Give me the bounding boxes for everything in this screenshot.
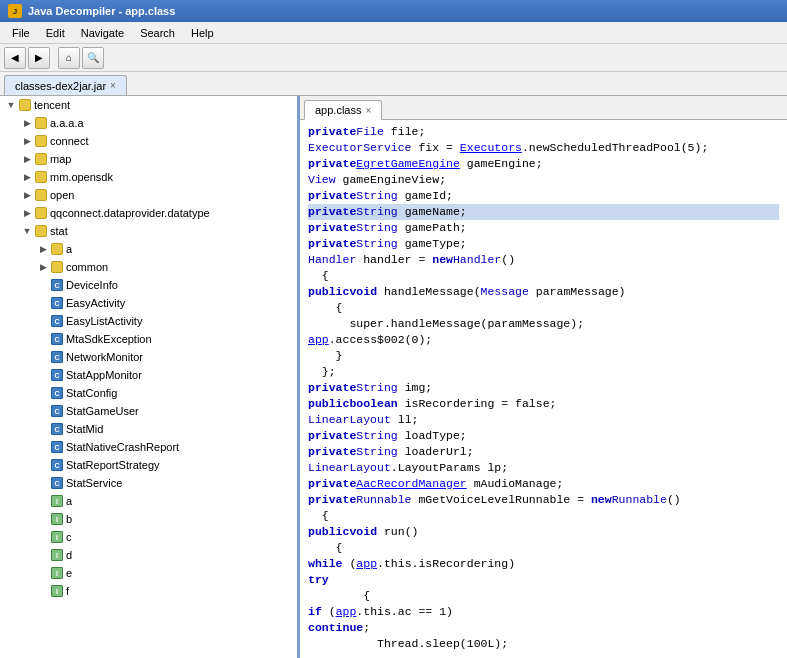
code-panel: app.class × private File file; ExecutorS… — [300, 96, 787, 658]
code-tab[interactable]: app.class × — [304, 100, 382, 120]
tree-node-map[interactable]: ▶map — [0, 150, 297, 168]
tree-toggle-stat: ▼ — [20, 224, 34, 238]
tree-label-stat.StatAppMonitor: StatAppMonitor — [66, 369, 142, 381]
search-button[interactable]: 🔍 — [82, 47, 104, 69]
tree-node-qqconnect[interactable]: ▶qqconnect.dataprovider.datatype — [0, 204, 297, 222]
tree-node-stat.b[interactable]: Ib — [0, 510, 297, 528]
tree-node-stat.EasyActivity[interactable]: CEasyActivity — [0, 294, 297, 312]
code-line: private String loadType; — [308, 428, 779, 444]
tree-toggle-tencent: ▼ — [4, 98, 18, 112]
code-line: private String gameName; — [308, 204, 779, 220]
code-line: View gameEngineView; — [308, 172, 779, 188]
tree-icon-stat.StatReportStrategy: C — [50, 458, 64, 472]
code-line: private EgretGameEngine gameEngine; — [308, 156, 779, 172]
tree-panel[interactable]: ▼tencent▶a.a.a.a▶connect▶map▶mm.opensdk▶… — [0, 96, 300, 658]
code-line: { — [308, 268, 779, 284]
tree-icon-stat.f: I — [50, 584, 64, 598]
back-button[interactable]: ◀ — [4, 47, 26, 69]
tree-toggle-stat.b — [36, 512, 50, 526]
tree-toggle-qqconnect: ▶ — [20, 206, 34, 220]
menu-bar: File Edit Navigate Search Help — [0, 22, 787, 44]
tree-node-stat.e[interactable]: Ie — [0, 564, 297, 582]
tree-node-connect[interactable]: ▶connect — [0, 132, 297, 150]
app-icon: J — [8, 4, 22, 18]
code-line: public void run() — [308, 524, 779, 540]
tree-label-stat.StatNativeCrashReport: StatNativeCrashReport — [66, 441, 179, 453]
code-line: public void handleMessage(Message paramM… — [308, 284, 779, 300]
tree-node-stat.EasyListActivity[interactable]: CEasyListActivity — [0, 312, 297, 330]
forward-button[interactable]: ▶ — [28, 47, 50, 69]
tree-node-stat.StatMid[interactable]: CStatMid — [0, 420, 297, 438]
tree-node-stat.d[interactable]: Id — [0, 546, 297, 564]
code-line: public boolean isRecordering = false; — [308, 396, 779, 412]
menu-file[interactable]: File — [4, 25, 38, 41]
tree-node-stat.StatConfig[interactable]: CStatConfig — [0, 384, 297, 402]
tree-node-stat.StatNativeCrashReport[interactable]: CStatNativeCrashReport — [0, 438, 297, 456]
tree-icon-stat.EasyActivity: C — [50, 296, 64, 310]
tree-node-open[interactable]: ▶open — [0, 186, 297, 204]
menu-search[interactable]: Search — [132, 25, 183, 41]
code-content[interactable]: private File file; ExecutorService fix =… — [300, 120, 787, 658]
tree-node-stat.a[interactable]: ▶a — [0, 240, 297, 258]
code-line: { — [308, 588, 779, 604]
tree-label-a.a.a.a: a.a.a.a — [50, 117, 84, 129]
tree-node-stat.MtaSdkException[interactable]: CMtaSdkException — [0, 330, 297, 348]
tree-label-qqconnect: qqconnect.dataprovider.datatype — [50, 207, 210, 219]
tree-icon-stat.b: I — [50, 512, 64, 526]
code-tab-close[interactable]: × — [365, 105, 371, 116]
toolbar: ◀ ▶ ⌂ 🔍 — [0, 44, 787, 72]
tree-node-mm.opensdk[interactable]: ▶mm.opensdk — [0, 168, 297, 186]
tree-node-tencent[interactable]: ▼tencent — [0, 96, 297, 114]
tree-node-stat.f[interactable]: If — [0, 582, 297, 600]
jar-tab[interactable]: classes-dex2jar.jar × — [4, 75, 127, 95]
tree-toggle-stat.StatConfig — [36, 386, 50, 400]
tree-icon-stat.EasyListActivity: C — [50, 314, 64, 328]
tree-node-stat[interactable]: ▼stat — [0, 222, 297, 240]
tree-icon-stat.a — [50, 242, 64, 256]
menu-edit[interactable]: Edit — [38, 25, 73, 41]
tree-node-stat.c[interactable]: Ic — [0, 528, 297, 546]
tree-toggle-mm.opensdk: ▶ — [20, 170, 34, 184]
tree-node-stat.StatAppMonitor[interactable]: CStatAppMonitor — [0, 366, 297, 384]
tree-node-stat.a2[interactable]: Ia — [0, 492, 297, 510]
tree-icon-tencent — [18, 98, 32, 112]
tree-label-stat.b: b — [66, 513, 72, 525]
code-line: { — [308, 540, 779, 556]
tree-node-stat.common[interactable]: ▶common — [0, 258, 297, 276]
tree-node-stat.StatGameUser[interactable]: CStatGameUser — [0, 402, 297, 420]
title-bar: J Java Decompiler - app.class — [0, 0, 787, 22]
menu-navigate[interactable]: Navigate — [73, 25, 132, 41]
tree-icon-stat.d: I — [50, 548, 64, 562]
tree-node-stat.DeviceInfo[interactable]: CDeviceInfo — [0, 276, 297, 294]
tree-icon-stat.StatGameUser: C — [50, 404, 64, 418]
code-line: Handler handler = new Handler() — [308, 252, 779, 268]
menu-help[interactable]: Help — [183, 25, 222, 41]
home-button[interactable]: ⌂ — [58, 47, 80, 69]
code-tab-label: app.class — [315, 104, 361, 116]
tree-node-stat.NetworkMonitor[interactable]: CNetworkMonitor — [0, 348, 297, 366]
tree-icon-stat.MtaSdkException: C — [50, 332, 64, 346]
tree-icon-stat.StatAppMonitor: C — [50, 368, 64, 382]
tree-node-stat.StatReportStrategy[interactable]: CStatReportStrategy — [0, 456, 297, 474]
tree-icon-stat.common — [50, 260, 64, 274]
tree-toggle-stat.StatNativeCrashReport — [36, 440, 50, 454]
tree-node-stat.StatService[interactable]: CStatService — [0, 474, 297, 492]
tree-toggle-stat.EasyListActivity — [36, 314, 50, 328]
tree-label-stat.a: a — [66, 243, 72, 255]
tree-label-stat.StatMid: StatMid — [66, 423, 103, 435]
tree-label-connect: connect — [50, 135, 89, 147]
tree-toggle-stat.d — [36, 548, 50, 562]
jar-tab-close[interactable]: × — [110, 80, 116, 91]
tree-icon-connect — [34, 134, 48, 148]
tree-icon-stat.StatNativeCrashReport: C — [50, 440, 64, 454]
tree-toggle-stat.f — [36, 584, 50, 598]
tree-toggle-stat.NetworkMonitor — [36, 350, 50, 364]
tree-label-tencent: tencent — [34, 99, 70, 111]
tree-icon-open — [34, 188, 48, 202]
code-line: try — [308, 572, 779, 588]
tree-label-stat.MtaSdkException: MtaSdkException — [66, 333, 152, 345]
tree-toggle-connect: ▶ — [20, 134, 34, 148]
tree-node-a.a.a.a[interactable]: ▶a.a.a.a — [0, 114, 297, 132]
code-line: private String img; — [308, 380, 779, 396]
tree-label-stat.StatReportStrategy: StatReportStrategy — [66, 459, 160, 471]
